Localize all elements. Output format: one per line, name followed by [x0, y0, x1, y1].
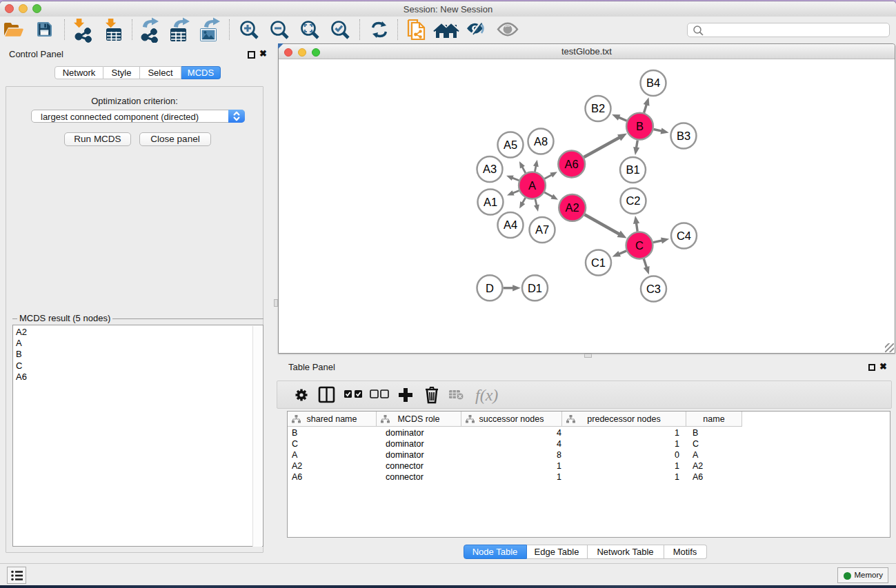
svg-text:A7: A7: [535, 223, 549, 236]
svg-text:B2: B2: [591, 102, 605, 114]
svg-text:A5: A5: [504, 139, 517, 151]
svg-text:D1: D1: [528, 282, 542, 294]
svg-text:A8: A8: [534, 135, 548, 148]
svg-text:B: B: [636, 120, 644, 132]
svg-text:C3: C3: [646, 283, 661, 295]
svg-text:A3: A3: [483, 163, 497, 175]
svg-text:B3: B3: [677, 130, 690, 142]
svg-text:A: A: [528, 179, 536, 192]
svg-text:B4: B4: [646, 77, 660, 89]
svg-text:B1: B1: [626, 163, 639, 176]
svg-text:A6: A6: [565, 158, 579, 170]
svg-text:C: C: [635, 239, 644, 252]
svg-text:C1: C1: [591, 256, 606, 269]
svg-text:A1: A1: [484, 196, 497, 208]
svg-text:f(x): f(x): [475, 386, 498, 404]
svg-text:C4: C4: [677, 230, 691, 242]
svg-text:A4: A4: [504, 219, 517, 231]
svg-text:A2: A2: [566, 201, 579, 214]
svg-text:C2: C2: [626, 194, 640, 207]
svg-text:D: D: [486, 282, 494, 294]
